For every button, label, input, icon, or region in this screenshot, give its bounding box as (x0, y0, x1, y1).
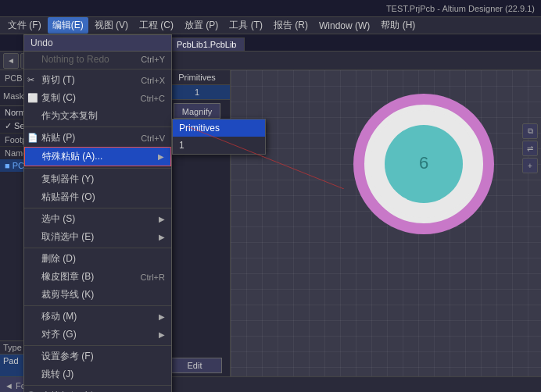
dd-item-special-paste-label: 特殊粘贴 (A)... (42, 150, 102, 163)
edit-button[interactable]: Edit (167, 358, 222, 373)
pad-visual: 6 (353, 94, 494, 234)
menu-bar: 文件 (F) 编辑(E) 视图 (V) 工程 (C) 放置 (P) 工具 (T)… (0, 17, 541, 34)
dd-item-jump-label: 跳转 (J) (41, 368, 73, 381)
dd-item-paste-comp[interactable]: 粘贴器件 (O) (24, 188, 171, 206)
dd-item-stamp[interactable]: 橡皮图章 (B) Ctrl+R (24, 268, 171, 286)
deselect-arrow-icon: ▶ (159, 233, 165, 241)
dd-item-paste[interactable]: 📄 粘贴 (P) Ctrl+V (24, 129, 171, 147)
dd-item-cut-shortcut: Ctrl+X (141, 76, 165, 85)
primitives-label: Primitives (164, 70, 230, 85)
connect-icon[interactable]: ⇌ (522, 141, 538, 156)
separator-5 (24, 248, 171, 248)
dd-item-move-label: 移动 (M) (41, 310, 77, 323)
paste-icon: 📄 (27, 133, 38, 143)
dd-item-paste-shortcut: Ctrl+V (141, 134, 165, 143)
separator-8 (24, 385, 171, 386)
mask-label: Mask (3, 91, 23, 101)
menu-edit[interactable]: 编辑(E) (48, 17, 88, 34)
menu-file[interactable]: 文件 (F) (3, 17, 46, 34)
dd-item-setref[interactable]: 设置参考 (F) (24, 347, 171, 365)
dd-item-paste-comp-label: 粘贴器件 (O) (41, 191, 95, 204)
primitives-count: 1 (164, 85, 230, 100)
pad-number: 6 (419, 153, 428, 173)
separator-1 (24, 69, 171, 69)
toolbar-btn-1[interactable]: ◄ (3, 53, 19, 69)
plus-icon[interactable]: + (522, 158, 538, 173)
dd-item-copy-label: 复制 (C) (41, 91, 76, 105)
dropdown-menu: Undo Nothing to Redo Ctrl+Y ✂ 剪切 (T) Ctr… (23, 34, 172, 392)
tab-pcblib[interactable]: PcbLib1.PcbLib (168, 37, 245, 51)
dd-item-copy-comp[interactable]: 复制器件 (Y) (24, 170, 171, 188)
dd-item-stamp-shortcut: Ctrl+R (141, 273, 165, 282)
dd-item-cut-label: 剪切 (T) (41, 73, 75, 87)
dd-item-align[interactable]: 对齐 (G) ▶ (24, 326, 171, 344)
dd-item-align-label: 对齐 (G) (41, 328, 77, 341)
filter-icon[interactable]: ⧉ (522, 123, 538, 139)
move-arrow-icon: ▶ (159, 312, 165, 321)
menu-window[interactable]: Window (W) (314, 19, 374, 33)
right-toolbar: ⧉ ⇌ + (522, 123, 538, 173)
dd-item-delete-label: 删除 (D) (41, 252, 76, 265)
dd-item-move[interactable]: 移动 (M) ▶ (24, 308, 171, 326)
select-arrow-icon: ▶ (159, 215, 165, 223)
dd-item-select-label: 选中 (S) (41, 212, 75, 226)
pad-svg: 6 (353, 94, 494, 234)
submenu-item-primitives[interactable]: Primitives (173, 119, 265, 137)
dd-item-find-similar[interactable]: 🔍 查找相似对象 (N) Shift+F (24, 387, 171, 392)
dd-item-paste-label: 粘贴 (P) (41, 131, 75, 144)
submenu: Primitives 1 (172, 119, 266, 155)
dropdown-group-undo: Undo (24, 35, 171, 52)
dd-item-copy-text-label: 作为文本复制 (41, 109, 98, 123)
dd-item-redo-shortcut: Ctrl+Y (141, 55, 165, 64)
title-bar: TEST.PrjPcb - Altium Designer (22.9.1) (0, 0, 541, 17)
dd-item-select[interactable]: 选中 (S) ▶ (24, 210, 171, 228)
canvas-area: ⧉ ⇌ + 6 (231, 70, 541, 376)
separator-3 (24, 168, 171, 169)
dd-item-jump[interactable]: 跳转 (J) (24, 365, 171, 383)
dd-item-trim[interactable]: 裁剪导线 (K) (24, 286, 171, 304)
menu-place[interactable]: 放置 (P) (180, 17, 223, 34)
dd-item-copy-shortcut: Ctrl+C (141, 94, 165, 103)
dd-item-copy-text[interactable]: 作为文本复制 (24, 107, 171, 125)
dd-item-stamp-label: 橡皮图章 (B) (41, 270, 94, 283)
dd-item-copy[interactable]: ⬜ 复制 (C) Ctrl+C (24, 89, 171, 107)
menu-help[interactable]: 帮助 (H) (376, 17, 420, 34)
special-paste-arrow-icon: ▶ (158, 152, 164, 161)
dd-item-deselect[interactable]: 取消选中 (E) ▶ (24, 228, 171, 246)
dd-item-redo-label: Nothing to Redo (41, 54, 109, 65)
menu-tools[interactable]: 工具 (T) (224, 17, 267, 34)
dd-item-trim-label: 裁剪导线 (K) (41, 288, 94, 301)
menu-view[interactable]: 视图 (V) (90, 17, 133, 34)
separator-2 (24, 127, 171, 127)
dd-item-special-paste[interactable]: 特殊粘贴 (A)... ▶ (24, 147, 171, 166)
dd-item-delete[interactable]: 删除 (D) (24, 250, 171, 268)
menu-report[interactable]: 报告 (R) (269, 17, 313, 34)
separator-6 (24, 305, 171, 306)
primitives-panel: Primitives 1 Magnify Edit (164, 70, 231, 376)
dd-item-deselect-label: 取消选中 (E) (41, 230, 94, 244)
copy-icon: ⬜ (27, 93, 38, 103)
align-arrow-icon: ▶ (159, 330, 165, 339)
cut-icon: ✂ (27, 75, 34, 85)
dropdown-overlay: Undo Nothing to Redo Ctrl+Y ✂ 剪切 (T) Ctr… (23, 34, 172, 392)
dd-item-setref-label: 设置参考 (F) (41, 350, 94, 363)
menu-project[interactable]: 工程 (C) (134, 17, 178, 34)
separator-7 (24, 345, 171, 346)
title-text: TEST.PrjPcb - Altium Designer (22.9.1) (386, 4, 535, 13)
submenu-item-1[interactable]: 1 (173, 137, 265, 154)
separator-4 (24, 208, 171, 208)
dd-item-cut[interactable]: ✂ 剪切 (T) Ctrl+X (24, 71, 171, 89)
dd-item-copy-comp-label: 复制器件 (Y) (41, 173, 94, 186)
magnify-button[interactable]: Magnify (174, 103, 220, 119)
dd-item-redo[interactable]: Nothing to Redo Ctrl+Y (24, 52, 171, 67)
